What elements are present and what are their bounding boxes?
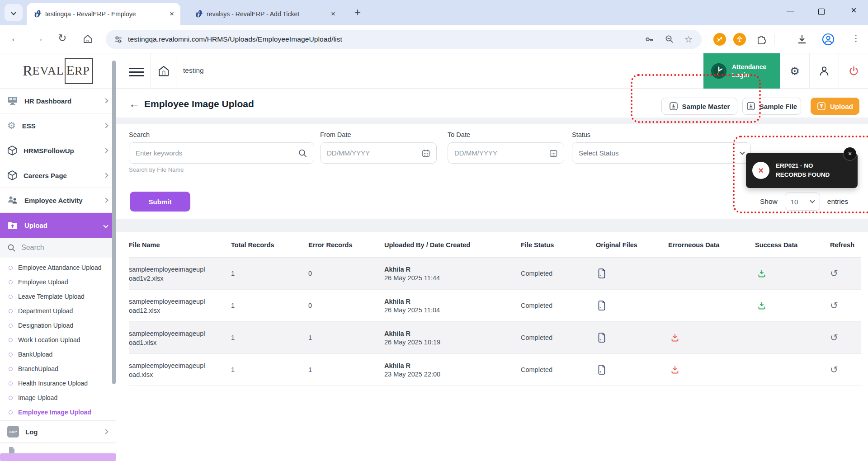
hamburger-menu-icon[interactable] (129, 66, 144, 79)
refresh-icon[interactable]: ↺ (830, 268, 861, 279)
zoom-out-icon[interactable] (665, 34, 675, 44)
sidebar-horizontal-scrollbar[interactable] (0, 453, 116, 461)
success-download-icon[interactable] (757, 301, 767, 310)
logo-text: RP (75, 64, 90, 77)
sidebar-subitem-employee-attandance-upload[interactable]: Employee Attandance Upload (0, 260, 116, 275)
search-input[interactable] (136, 149, 298, 157)
revalerp-favicon-icon: ϑ (33, 9, 41, 19)
sidebar-item-hr-dashboard[interactable]: HR Dashboard (0, 89, 116, 113)
sidebar-search-input[interactable] (21, 244, 98, 252)
date-created: 26 May 2025 11:04 (384, 306, 440, 314)
entries-select[interactable]: 10 (785, 193, 820, 211)
site-info-icon[interactable] (114, 35, 123, 44)
extension-icon[interactable] (733, 33, 746, 46)
sidebar-item-log[interactable]: ERP Log (0, 420, 116, 443)
attendance-login-button[interactable]: AttendanceLogin (703, 53, 780, 89)
chevron-right-icon (103, 123, 108, 128)
sidebar-item-careers-page[interactable]: Careers Page (0, 163, 116, 188)
page-back-icon[interactable]: ← (129, 98, 140, 110)
chevron-right-icon (103, 198, 108, 202)
close-tab-icon[interactable]: × (170, 9, 174, 19)
browser-reload-icon[interactable]: ↻ (58, 32, 66, 44)
calendar-icon[interactable] (422, 149, 430, 158)
profile-button[interactable] (809, 53, 839, 89)
url-text[interactable]: testingqa.revalomni.com/HRMS/Uploads/Emp… (128, 35, 342, 43)
window-maximize-button[interactable] (818, 9, 825, 15)
toast-close-icon[interactable]: × (844, 147, 856, 160)
chevron-right-icon (103, 429, 108, 434)
subitem-label: BankUpload (18, 351, 52, 358)
sidebar-item-upload[interactable]: Upload (0, 213, 116, 238)
search-icon (298, 148, 307, 158)
upload-button[interactable]: Upload (811, 98, 859, 115)
sidebar-subitem-bankupload[interactable]: BankUpload (0, 347, 116, 362)
sidebar-subitem-branchupload[interactable]: BranchUpload (0, 362, 116, 376)
from-date-input[interactable] (327, 149, 422, 157)
sidebar-vertical-scrollbar[interactable] (112, 61, 116, 384)
sample-file-button[interactable]: Sample File (742, 98, 801, 115)
error-download-icon[interactable] (670, 365, 680, 374)
tab-inactive[interactable]: ϑ revalsys - RevalERP - Add Ticket × (188, 3, 342, 25)
downloads-icon[interactable] (797, 34, 807, 45)
browser-back-icon[interactable]: ← (10, 32, 20, 44)
tab-search-button[interactable] (5, 4, 23, 21)
tab-active[interactable]: ϑ testingqa - RevalERP - Employe × (27, 3, 180, 25)
status-select[interactable]: Select Status (572, 142, 751, 164)
password-key-icon[interactable] (645, 34, 655, 44)
divider (176, 53, 176, 89)
original-file-icon[interactable] (598, 333, 606, 343)
original-file-icon[interactable] (598, 365, 606, 375)
original-file-icon[interactable] (598, 301, 606, 310)
browser-home-icon[interactable] (82, 33, 93, 44)
address-bar[interactable]: testingqa.revalomni.com/HRMS/Uploads/Emp… (106, 30, 702, 49)
column-header: Success Data (755, 241, 830, 249)
extensions-puzzle-icon[interactable] (756, 33, 768, 45)
sidebar-subitem-department-upload[interactable]: Department Upload (0, 304, 116, 318)
logout-button[interactable] (839, 53, 868, 89)
sidebar-subitem-image-upload[interactable]: Image Upload (0, 390, 116, 405)
new-tab-button[interactable]: + (354, 6, 361, 19)
column-header: File Status (521, 241, 596, 249)
to-date-input[interactable] (454, 149, 549, 157)
refresh-icon[interactable]: ↺ (830, 300, 861, 311)
settings-button[interactable]: ⚙ (780, 53, 809, 89)
sidebar-subitem-employee-image-upload[interactable]: Employee Image Upload (0, 405, 116, 419)
window-minimize-button[interactable]: — (787, 6, 794, 15)
original-file-cell (596, 333, 668, 343)
refresh-icon[interactable]: ↺ (830, 364, 861, 375)
sidebar-subitem-employee-upload[interactable]: Employee Upload (0, 275, 116, 289)
close-tab-icon[interactable]: × (331, 9, 335, 19)
upload-label: Upload (830, 103, 853, 110)
browser-menu-kebab-icon[interactable]: ⋮ (852, 33, 860, 43)
search-field[interactable] (129, 142, 314, 164)
calendar-icon[interactable] (549, 149, 557, 158)
column-header: Total Records (231, 241, 308, 249)
ess-gear-icon: ⚙ (7, 120, 16, 131)
breadcrumb-home-icon[interactable] (158, 65, 170, 77)
extension-icon[interactable] (713, 33, 726, 46)
window-close-button[interactable]: × (851, 5, 857, 16)
sidebar-subitem-health-insurance-upload[interactable]: Health Insurance Upload (0, 376, 116, 390)
sample-master-button[interactable]: Sample Master (661, 98, 737, 115)
refresh-icon[interactable]: ↺ (830, 332, 861, 343)
sidebar-item-ess[interactable]: ⚙ ESS (0, 113, 116, 138)
sidebar-subitem-leave-template-upload[interactable]: Leave Template Upload (0, 289, 116, 304)
profile-avatar-icon[interactable] (822, 33, 835, 46)
from-date-field[interactable] (320, 142, 437, 164)
sidebar-item-hrmsfollowup[interactable]: HRMSFollowUp (0, 138, 116, 163)
submit-button[interactable]: Submit (130, 192, 190, 212)
browser-forward-icon[interactable]: → (33, 32, 44, 44)
chevron-right-icon (103, 173, 108, 178)
status-label: Status (572, 131, 590, 138)
error-download-icon[interactable] (670, 333, 680, 342)
attendance-login-label: AttendanceLogin (732, 63, 766, 79)
success-download-icon[interactable] (757, 269, 767, 278)
sidebar-item-employee-activity[interactable]: Employee Activity (0, 188, 116, 213)
sidebar-subitem-work-location-upload[interactable]: Work Location Upload (0, 333, 116, 347)
sidebar-search[interactable] (0, 238, 116, 258)
logo-text: EVAL (33, 64, 64, 78)
to-date-field[interactable] (448, 142, 564, 164)
original-file-icon[interactable] (598, 268, 606, 278)
sidebar-subitem-designation-upload[interactable]: Designation Upload (0, 318, 116, 333)
bookmark-star-icon[interactable]: ☆ (684, 34, 693, 45)
